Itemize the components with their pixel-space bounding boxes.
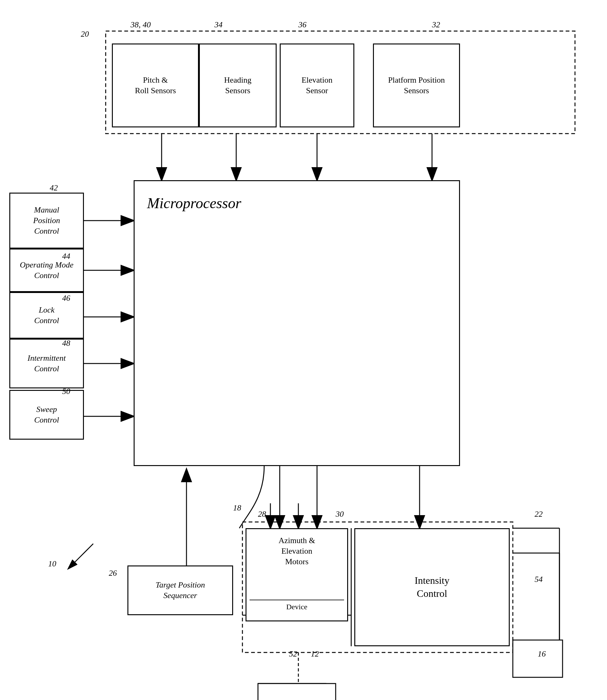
ref-26: 26 xyxy=(109,569,117,578)
manual-position-label: ManualPositionControl xyxy=(33,205,60,236)
operating-mode-box: Operating ModeControl xyxy=(9,249,84,292)
target-sequencer-label: Target PositionSequencer xyxy=(155,580,205,601)
operating-mode-label: Operating ModeControl xyxy=(20,260,74,281)
intensity-label: IntensityControl xyxy=(415,574,449,600)
lock-control-label: LockControl xyxy=(34,305,59,326)
platform-label: Platform PositionSensors xyxy=(388,75,445,96)
svg-line-31 xyxy=(68,544,93,569)
device-sublabel: Device xyxy=(250,600,344,611)
ref-38-40: 38, 40 xyxy=(130,20,151,29)
ref-10: 10 xyxy=(48,559,56,569)
elevation-label: ElevationSensor xyxy=(301,75,333,96)
svg-rect-28 xyxy=(258,683,336,700)
pitch-roll-label: Pitch &Roll Sensors xyxy=(135,75,176,96)
ref-46: 46 xyxy=(62,294,70,303)
ref-44: 44 xyxy=(62,252,70,261)
ref-32: 32 xyxy=(432,20,440,29)
diagram: Pitch &Roll Sensors HeadingSensors Eleva… xyxy=(0,0,607,700)
microprocessor-box: Microprocessor xyxy=(134,180,460,466)
azimuth-label: Azimuth &ElevationMotors xyxy=(250,535,344,567)
intensity-box: IntensityControl xyxy=(354,528,510,646)
intermittent-label: IntermittentControl xyxy=(28,353,66,374)
ref-30: 30 xyxy=(336,510,344,519)
svg-rect-25 xyxy=(513,640,563,677)
ref-22: 22 xyxy=(535,510,543,519)
sweep-box: SweepControl xyxy=(9,390,84,440)
elevation-box: ElevationSensor xyxy=(280,43,354,127)
sweep-label: SweepControl xyxy=(34,404,59,425)
platform-box: Platform PositionSensors xyxy=(373,43,460,127)
intermittent-box: IntermittentControl xyxy=(9,339,84,388)
ref-50: 50 xyxy=(62,387,70,396)
ref-20: 20 xyxy=(81,29,89,39)
ref-28: 28 xyxy=(258,510,266,519)
ref-16: 16 xyxy=(538,649,546,659)
ref-34: 34 xyxy=(214,20,223,29)
target-sequencer-box: Target PositionSequencer xyxy=(127,566,233,615)
ref-18: 18 xyxy=(233,503,241,513)
heading-label: HeadingSensors xyxy=(224,75,251,96)
ref-48: 48 xyxy=(62,339,70,348)
manual-position-box: ManualPositionControl xyxy=(9,193,84,249)
lock-control-box: LockControl xyxy=(9,292,84,339)
pitch-roll-box: Pitch &Roll Sensors xyxy=(112,43,199,127)
ref-42: 42 xyxy=(50,183,58,193)
ref-12: 12 xyxy=(311,649,319,659)
heading-box: HeadingSensors xyxy=(199,43,277,127)
ref-54: 54 xyxy=(535,575,543,584)
azimuth-box: Azimuth &ElevationMotors Device xyxy=(246,528,348,621)
microprocessor-label: Microprocessor xyxy=(147,194,241,213)
ref-52: 52 xyxy=(289,649,297,659)
ref-36: 36 xyxy=(298,20,307,29)
